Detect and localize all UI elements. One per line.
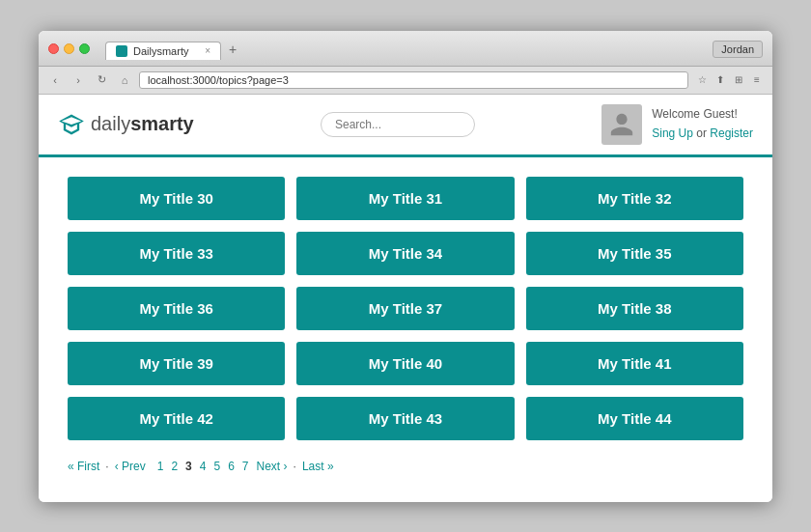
topic-card[interactable]: My Title 44 bbox=[526, 397, 743, 440]
nav-actions: ☆ ⬆ ⊞ ≡ bbox=[694, 72, 765, 88]
topics-grid: My Title 30My Title 31My Title 32My Titl… bbox=[68, 177, 743, 440]
page-content: dailysmarty Welcome Guest! Sing Up or Re… bbox=[39, 95, 772, 502]
tab-favicon bbox=[116, 45, 127, 57]
pagination: « First · ‹ Prev 1 2 3 4 5 6 7 Next › · … bbox=[68, 460, 743, 483]
site-header: dailysmarty Welcome Guest! Sing Up or Re… bbox=[39, 95, 772, 157]
pagination-page[interactable]: 6 bbox=[228, 460, 235, 473]
user-area: Welcome Guest! Sing Up or Register bbox=[601, 104, 753, 145]
pagination-last[interactable]: Last » bbox=[302, 460, 334, 473]
pagination-separator: · bbox=[105, 460, 108, 473]
topic-card[interactable]: My Title 30 bbox=[68, 177, 285, 220]
topic-card[interactable]: My Title 32 bbox=[526, 177, 743, 220]
topic-card[interactable]: My Title 34 bbox=[296, 232, 514, 275]
topic-card[interactable]: My Title 36 bbox=[68, 287, 285, 330]
user-avatar bbox=[601, 104, 642, 145]
register-link[interactable]: Register bbox=[710, 126, 753, 140]
logo-text: dailysmarty bbox=[91, 113, 194, 135]
pagination-current-page: 3 bbox=[185, 460, 192, 473]
pagination-page[interactable]: 7 bbox=[242, 460, 249, 473]
minimize-button[interactable] bbox=[64, 43, 74, 54]
address-input[interactable] bbox=[139, 71, 688, 89]
topic-card[interactable]: My Title 40 bbox=[296, 342, 514, 385]
close-button[interactable] bbox=[48, 43, 59, 54]
topic-card[interactable]: My Title 33 bbox=[68, 232, 285, 275]
search-input[interactable] bbox=[321, 112, 475, 137]
refresh-button[interactable]: ↻ bbox=[93, 71, 110, 89]
topic-card[interactable]: My Title 38 bbox=[526, 287, 743, 330]
topic-card[interactable]: My Title 39 bbox=[68, 342, 285, 385]
welcome-text: Welcome Guest! bbox=[652, 107, 737, 121]
active-tab[interactable]: Dailysmarty × bbox=[105, 42, 221, 60]
signup-link[interactable]: Sing Up bbox=[652, 126, 693, 140]
tab-label: Dailysmarty bbox=[133, 45, 188, 57]
browser-controls bbox=[48, 43, 90, 54]
pagination-page[interactable]: 5 bbox=[213, 460, 220, 473]
pagination-page[interactable]: 4 bbox=[200, 460, 207, 473]
browser-titlebar: Dailysmarty × + Jordan bbox=[39, 31, 772, 67]
tab-bar: Dailysmarty × + bbox=[105, 39, 705, 60]
topic-card[interactable]: My Title 31 bbox=[296, 177, 514, 220]
back-button[interactable]: ‹ bbox=[46, 71, 64, 89]
browser-window: Dailysmarty × + Jordan ‹ › ↻ ⌂ ☆ ⬆ ⊞ ≡ bbox=[39, 31, 772, 502]
browser-addressbar: ‹ › ↻ ⌂ ☆ ⬆ ⊞ ≡ bbox=[39, 67, 772, 95]
topic-card[interactable]: My Title 37 bbox=[296, 287, 514, 330]
topic-card[interactable]: My Title 35 bbox=[526, 232, 743, 275]
pagination-next[interactable]: Next › bbox=[257, 460, 288, 473]
avatar-icon bbox=[608, 111, 635, 138]
new-tab-button[interactable]: + bbox=[221, 39, 244, 60]
pagination-page[interactable]: 1 bbox=[157, 460, 164, 473]
or-text: or bbox=[693, 126, 710, 140]
pagination-separator: · bbox=[294, 460, 296, 473]
pagination-page[interactable]: 2 bbox=[171, 460, 178, 473]
bookmark-icon[interactable]: ☆ bbox=[694, 72, 710, 88]
tab-close-button[interactable]: × bbox=[205, 45, 210, 56]
user-greeting: Welcome Guest! Sing Up or Register bbox=[652, 105, 753, 142]
forward-button[interactable]: › bbox=[70, 71, 87, 89]
topics-container: My Title 30My Title 31My Title 32My Titl… bbox=[39, 157, 772, 502]
logo-icon bbox=[58, 111, 85, 138]
share-icon[interactable]: ⬆ bbox=[713, 72, 728, 88]
logo-area: dailysmarty bbox=[58, 111, 194, 138]
home-button[interactable]: ⌂ bbox=[116, 71, 133, 89]
user-badge: Jordan bbox=[713, 41, 763, 58]
menu-icon[interactable]: ≡ bbox=[749, 72, 765, 88]
topic-card[interactable]: My Title 41 bbox=[526, 342, 743, 385]
extensions-icon[interactable]: ⊞ bbox=[731, 72, 746, 88]
maximize-button[interactable] bbox=[79, 43, 90, 54]
topic-card[interactable]: My Title 43 bbox=[296, 397, 514, 440]
pagination-prev[interactable]: ‹ Prev bbox=[115, 460, 146, 473]
topic-card[interactable]: My Title 42 bbox=[68, 397, 285, 440]
pagination-first[interactable]: « First bbox=[68, 460, 99, 473]
